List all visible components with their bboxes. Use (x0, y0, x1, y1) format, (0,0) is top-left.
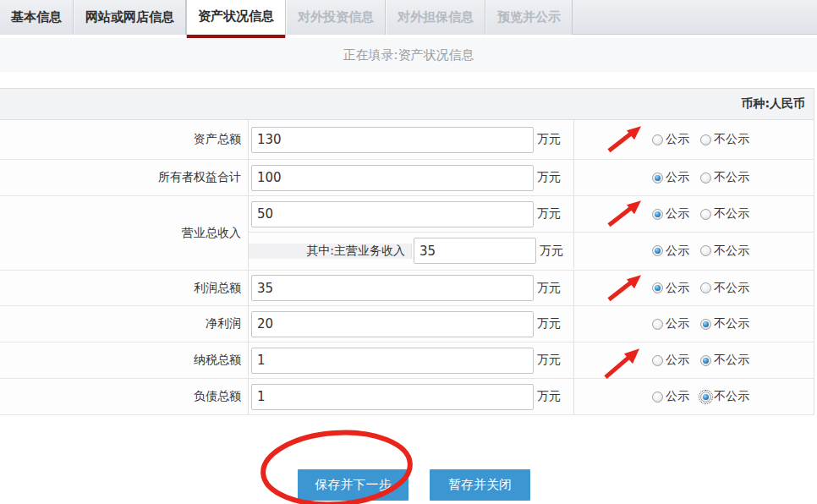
tab-basic-info[interactable]: 基本信息 (0, 0, 74, 35)
radio-private-label[interactable]: 不公示 (714, 316, 749, 331)
unit-label: 万元 (537, 353, 561, 368)
unit-label: 万元 (537, 170, 561, 185)
red-arrow-annotation (603, 346, 642, 380)
save-and-close-button[interactable]: 暂存并关闭 (430, 469, 530, 501)
total-assets-input[interactable] (251, 127, 534, 153)
radio-public-label[interactable]: 公示 (666, 281, 689, 296)
publicity-private-option[interactable]: 不公示 (700, 353, 749, 368)
row-label: 所有者权益合计 (0, 160, 249, 195)
publicity-private-option[interactable]: 不公示 (700, 206, 749, 222)
unit-label: 万元 (540, 244, 563, 259)
red-arrow-annotation (606, 124, 644, 153)
publicity-public-option[interactable]: 公示 (652, 353, 689, 368)
tab-external-investment-info: 对外投资信息 (286, 0, 386, 35)
publicity-private-option[interactable]: 不公示 (700, 170, 749, 185)
tab-external-guarantee-info: 对外担保信息 (386, 0, 485, 35)
tab-bar: 基本信息 网站或网店信息 资产状况信息 对外投资信息 对外担保信息 预览并公示 (0, 0, 817, 38)
radio-private[interactable] (700, 319, 711, 330)
radio-private-label[interactable]: 不公示 (714, 132, 749, 147)
unit-label: 万元 (537, 206, 561, 222)
radio-private[interactable] (700, 209, 711, 220)
row-label: 负债总额 (0, 379, 249, 414)
radio-private-label[interactable]: 不公示 (714, 281, 749, 296)
radio-public-label[interactable]: 公示 (666, 244, 689, 259)
total-liabilities-input[interactable] (251, 384, 534, 410)
publicity-public-option[interactable]: 公示 (652, 316, 689, 331)
button-row: 保存并下一步 暂存并关闭 (298, 469, 817, 501)
radio-private[interactable] (700, 134, 711, 145)
radio-private[interactable] (700, 282, 711, 293)
table-row: 利润总额 万元 公示 不公示 (0, 271, 814, 306)
publicity-public-option[interactable]: 公示 (652, 206, 689, 222)
radio-private[interactable] (700, 355, 711, 366)
unit-label: 万元 (537, 389, 561, 404)
unit-label: 万元 (537, 316, 561, 331)
total-profit-input[interactable] (251, 275, 534, 301)
radio-public[interactable] (652, 209, 663, 220)
unit-label: 万元 (537, 132, 561, 147)
tab-label: 资产状况信息 (198, 8, 274, 25)
radio-private[interactable] (700, 392, 711, 403)
radio-private-label[interactable]: 不公示 (714, 389, 749, 404)
radio-private-label[interactable]: 不公示 (714, 206, 749, 222)
tab-label: 网站或网店信息 (85, 9, 174, 25)
red-arrow-annotation (606, 273, 644, 302)
radio-public[interactable] (652, 392, 663, 403)
tab-label: 预览并公示 (497, 9, 561, 25)
tab-label: 对外担保信息 (398, 9, 474, 25)
publicity-private-option[interactable]: 不公示 (700, 281, 749, 296)
radio-public-label[interactable]: 公示 (666, 132, 689, 147)
main-business-revenue-input[interactable] (414, 238, 536, 264)
save-and-next-button[interactable]: 保存并下一步 (298, 469, 408, 501)
total-revenue-input[interactable] (251, 201, 534, 227)
net-profit-input[interactable] (251, 311, 534, 337)
unit-label: 万元 (537, 281, 561, 296)
radio-public-label[interactable]: 公示 (666, 389, 689, 404)
publicity-public-option[interactable]: 公示 (652, 389, 689, 404)
radio-public[interactable] (652, 245, 663, 256)
currency-label: 币种:人民币 (741, 96, 805, 112)
radio-public-label[interactable]: 公示 (666, 353, 689, 368)
radio-private-label[interactable]: 不公示 (714, 244, 749, 259)
owners-equity-input[interactable] (251, 165, 534, 191)
radio-private-label[interactable]: 不公示 (714, 353, 749, 368)
publicity-public-option[interactable]: 公示 (652, 244, 689, 259)
radio-private[interactable] (700, 173, 711, 184)
radio-public-label[interactable]: 公示 (666, 170, 689, 185)
tab-preview-publish: 预览并公示 (485, 0, 573, 35)
tab-asset-status-info[interactable]: 资产状况信息 (186, 0, 286, 38)
publicity-public-option[interactable]: 公示 (652, 170, 689, 185)
radio-public[interactable] (652, 355, 663, 366)
table-row: 纳税总额 万元 公示 不公示 (0, 342, 814, 379)
radio-public-label[interactable]: 公示 (666, 206, 689, 222)
tab-label: 基本信息 (11, 9, 62, 25)
radio-public[interactable] (652, 319, 663, 330)
table-row: 资产总额 万元 公示 不公示 (0, 120, 814, 160)
radio-public[interactable] (652, 134, 663, 145)
publicity-public-option[interactable]: 公示 (652, 281, 689, 296)
publicity-private-option[interactable]: 不公示 (700, 316, 749, 331)
table-row: 净利润 万元 公示 不公示 (0, 306, 814, 342)
radio-private[interactable] (700, 245, 711, 256)
publicity-private-option[interactable]: 不公示 (700, 132, 749, 147)
publicity-private-option[interactable]: 不公示 (700, 244, 749, 259)
radio-private-label[interactable]: 不公示 (714, 170, 749, 185)
radio-public[interactable] (652, 282, 663, 293)
radio-public[interactable] (652, 173, 663, 184)
total-tax-input[interactable] (251, 348, 534, 374)
asset-status-table: 币种:人民币 资产总额 万元 公示 不公示 所有者权益合计 (0, 88, 814, 415)
table-row: 负债总额 万元 公示 不公示 (0, 379, 814, 415)
publicity-public-option[interactable]: 公示 (652, 132, 689, 147)
row-label: 净利润 (0, 306, 249, 342)
tab-website-info[interactable]: 网站或网店信息 (74, 0, 186, 35)
table-header-row: 币种:人民币 (0, 89, 814, 120)
table-row: 所有者权益合计 万元 公示 不公示 (0, 160, 814, 196)
radio-public-label[interactable]: 公示 (666, 316, 689, 331)
publicity-private-option[interactable]: 不公示 (700, 389, 749, 404)
table-row-combined: 营业总收入 万元 公示 (0, 196, 814, 271)
tab-label: 对外投资信息 (298, 9, 374, 25)
status-band: 正在填录:资产状况信息 (0, 38, 817, 72)
row-label: 利润总额 (0, 271, 249, 305)
row-label: 纳税总额 (0, 342, 249, 378)
red-arrow-annotation (606, 199, 644, 227)
